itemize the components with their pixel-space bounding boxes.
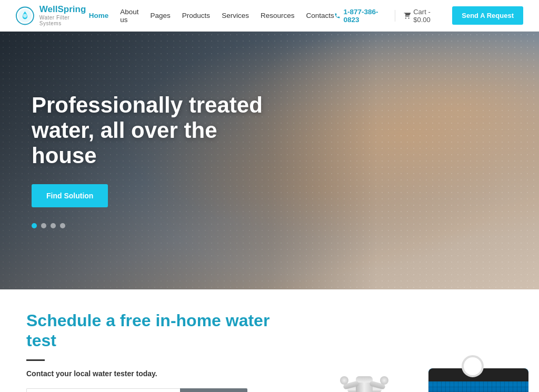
hero-cta-button[interactable]: Find Solution [32, 184, 108, 207]
hero-dot-1[interactable] [32, 223, 37, 228]
hero-dots [32, 223, 265, 228]
phone-number: 1-877-386-0823 [344, 8, 386, 24]
header-divider [395, 10, 395, 22]
logo-icon [16, 6, 34, 26]
hero-content: Professionally treated water, all over t… [0, 32, 296, 289]
section-subtitle: Contact your local water tester today. [26, 369, 292, 378]
email-form: Find An Agent [26, 388, 247, 392]
nav-services[interactable]: Services [222, 12, 249, 19]
hero-dot-2[interactable] [41, 223, 46, 228]
cart-area[interactable]: Cart - $0.00 [404, 8, 444, 24]
hero-dot-4[interactable] [60, 223, 65, 228]
header-right: 1-877-386-0823 Cart - $0.00 Send A Reque… [334, 6, 523, 25]
send-request-button[interactable]: Send A Request [452, 6, 523, 25]
phone-icon [334, 12, 341, 19]
water-test-content: Schedule a free in-home water test Conta… [0, 289, 318, 392]
nav-pages[interactable]: Pages [151, 12, 171, 19]
svg-point-2 [23, 14, 27, 17]
main-nav: Home About us Pages Products Services Re… [89, 8, 334, 24]
nav-home[interactable]: Home [89, 12, 109, 19]
filter-ring [462, 355, 484, 377]
hero-section: Professionally treated water, all over t… [0, 32, 539, 289]
faucet-knob-right [380, 376, 388, 385]
nav-resources[interactable]: Resources [261, 12, 295, 19]
faucet-knob-left [340, 376, 348, 385]
product-illustration-area [318, 289, 539, 392]
brand-name: WellSpring [39, 5, 89, 15]
hero-dot-3[interactable] [51, 223, 56, 228]
nav-products[interactable]: Products [182, 12, 210, 19]
product-illustration [318, 303, 539, 392]
section-divider [26, 359, 45, 361]
water-test-section: Schedule a free in-home water test Conta… [0, 289, 539, 392]
find-agent-button[interactable]: Find An Agent [180, 388, 247, 392]
nav-about[interactable]: About us [120, 8, 138, 24]
email-input[interactable] [26, 388, 180, 392]
cart-icon [404, 12, 411, 20]
section-title: Schedule a free in-home water test [26, 310, 292, 351]
hero-title: Professionally treated water, all over t… [32, 93, 265, 169]
cart-label: Cart - $0.00 [413, 8, 444, 24]
logo-text-block: WellSpring Water Filter Systems [39, 5, 89, 26]
logo-area[interactable]: WellSpring Water Filter Systems [16, 5, 89, 26]
phone-area[interactable]: 1-877-386-0823 [334, 8, 386, 24]
brand-tagline: Water Filter Systems [39, 15, 89, 26]
nav-contacts[interactable]: Contacts [306, 12, 334, 19]
site-header: WellSpring Water Filter Systems Home Abo… [0, 0, 539, 32]
